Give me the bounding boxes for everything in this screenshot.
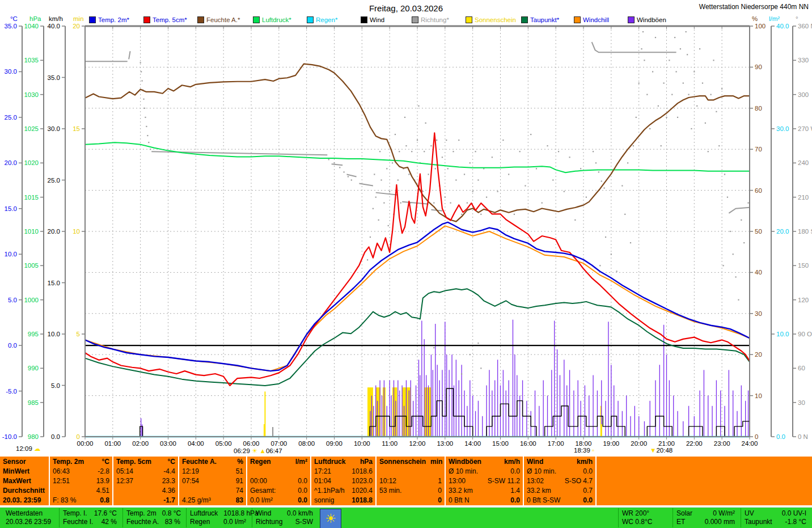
svg-text:16:00: 16:00 [520,440,536,447]
sun-marker-icon: ▲ [257,447,266,454]
stats-col-name: Wind [527,458,543,466]
stats-cell-label: 0 Bft S-SW [527,496,560,504]
svg-text:985: 985 [28,399,39,406]
axis-temp: 35.030.025.020.015.010.05.00.0-5.0-10.0 [2,23,22,440]
svg-text:08:00: 08:00 [298,440,315,447]
status-label: ET [676,518,685,526]
stats-cell-value: -2.8 [98,467,109,475]
status-value: 0.8 °C [162,509,181,518]
stats-cell-value: 0.7 [583,487,593,495]
svg-text:25.0: 25.0 [48,177,60,184]
svg-text:1040: 1040 [24,23,39,29]
stats-cell-value: 1018.8 [352,496,373,504]
axis-lm2: 40.030.020.010.00.0 [771,23,789,440]
sun-marker-time: 06:47 [266,447,282,454]
svg-text:330: 330 [798,57,809,64]
svg-text:1000: 1000 [24,297,39,303]
stats-cell-value: 1018.6 [352,467,373,475]
svg-text:20: 20 [73,23,80,29]
stats-cell-value: 0.8 [100,496,109,504]
axis-sunmin: 20151050 [73,23,85,440]
svg-text:10:00: 10:00 [354,440,370,447]
svg-text:100: 100 [755,23,766,29]
stats-row-label: Sensor [3,458,26,466]
stats-cell-label: 0 Bft N [449,496,470,504]
stats-cell-label: sonnig [314,496,334,504]
svg-text:180 S: 180 S [798,228,812,235]
status-label: Feuchte I. [63,518,93,526]
stats-col-Luftdruck: LuftdruckhPa17:211018.601:041023.0^1.1hP… [311,457,377,505]
svg-text:1010: 1010 [24,228,39,235]
stats-cell-value: 0 [438,496,442,504]
stats-cell-label: 33.2 km [449,487,473,495]
stats-cell-value: 0.0 [298,496,307,504]
svg-text:10.0: 10.0 [776,331,789,337]
stats-col-unit: °C [102,458,109,466]
svg-text:-5.0: -5.0 [6,388,17,395]
status-label: WR 200° [622,509,649,518]
stats-cell-label: F: 83 % [53,496,76,504]
status-value: 83 % [165,518,180,526]
current-weather-sun-icon: ☀ [320,509,341,528]
svg-text:23:00: 23:00 [714,440,730,447]
svg-text:995: 995 [28,331,39,337]
svg-text:90 O: 90 O [798,331,812,337]
svg-text:1005: 1005 [24,262,39,269]
svg-text:24:00: 24:00 [742,440,758,447]
svg-text:20.0: 20.0 [5,159,17,166]
stats-cell-label: 00:00 [250,477,267,485]
svg-text:990: 990 [28,365,39,371]
stats-col-unit: °C [168,458,175,466]
svg-text:30: 30 [755,310,762,317]
svg-text:18:00: 18:00 [576,440,592,447]
status-label: Richtung [256,518,282,526]
svg-text:30.0: 30.0 [48,125,60,132]
svg-text:60: 60 [798,365,805,371]
status-cell: Luftdruck1018.8 hPaRegen0.0 l/m² [186,508,249,527]
svg-text:35.0: 35.0 [5,23,17,29]
svg-text:210: 210 [798,194,809,201]
sun-marker-icon: ▼ [650,447,656,454]
series-richtung-dots [140,31,749,375]
svg-text:50: 50 [755,228,762,235]
stats-cell-label: 53 min. [379,487,401,495]
series-luftdruck [85,142,750,172]
stats-row-labels: SensorMinWertMaxWertDurchschnitt20.03. 2… [0,457,50,505]
svg-text:15: 15 [73,125,80,132]
stats-col-name: Temp. 5cm [116,458,151,466]
sun-marker: ▼20:48 [650,447,673,454]
status-value: 42 % [102,518,117,526]
svg-text:120: 120 [798,297,809,303]
svg-text:19:00: 19:00 [603,440,619,447]
weather-chart: 35.030.025.020.015.010.05.00.0-5.0-10.01… [0,0,812,457]
stats-cell-label: 0.0 l/m² [250,496,273,504]
stats-cell-value: S-SW 11.2 [488,477,520,485]
svg-text:20: 20 [755,351,762,358]
sun-marker-icon: ☀ [252,447,257,454]
stats-col-Windböen: Windböenkm/hØ 10 min.0.013:00S-SW 11.233… [446,457,524,505]
stats-row-label: 20.03. 23:59 [3,496,41,504]
svg-text:0: 0 [755,433,758,440]
stats-table: SensorMinWertMaxWertDurchschnitt20.03. 2… [0,457,812,505]
svg-text:980: 980 [28,433,39,440]
sun-marker-time: 12:09 [16,445,34,452]
status-label: Taupunkt [745,518,772,526]
status-label: Solar [676,509,692,518]
svg-text:13:00: 13:00 [437,440,453,447]
svg-text:30.0: 30.0 [5,68,17,75]
stats-cell-value: -1.7 [163,496,175,504]
status-label: Temp. 2m [126,509,157,518]
svg-text:5: 5 [77,331,80,337]
stats-row-label: MaxWert [3,477,31,485]
series-windboeen [141,320,748,437]
stats-cell-label: 01:04 [314,477,331,485]
svg-text:14:00: 14:00 [464,440,481,447]
svg-text:07:00: 07:00 [270,440,287,447]
status-cell: Wind0.0 km/hRichtungS-SW [252,508,316,527]
svg-text:70: 70 [755,146,762,153]
stats-cell-label: 10:12 [379,477,396,485]
status-value: 0 W/m² [713,509,735,518]
stats-filler [597,457,812,505]
stats-cell-value: -4.4 [163,467,175,475]
stats-cell-label: 4.25 g/m³ [182,496,211,504]
